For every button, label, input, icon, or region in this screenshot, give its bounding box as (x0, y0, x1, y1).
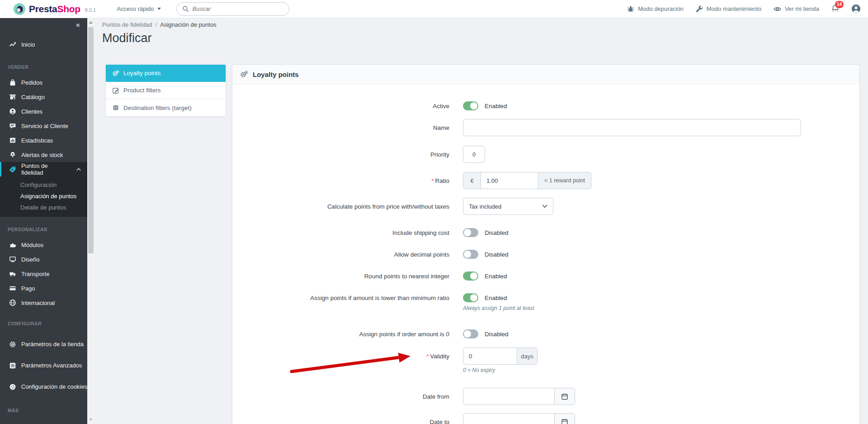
shipping-state-text: Disabled (485, 229, 509, 236)
form-row-priority: Priority (232, 146, 859, 163)
sidebar-item-modulos[interactable]: Módulos (0, 238, 87, 252)
date-to-input-group (463, 413, 575, 424)
arrow-head (398, 353, 410, 363)
search-input[interactable] (193, 5, 283, 12)
shipping-toggle[interactable] (463, 228, 478, 237)
sidebar-item-transporte[interactable]: Transporte (0, 267, 87, 281)
sidebar-item-servicio[interactable]: Servicio al Cliente (0, 119, 87, 133)
form-row-name: Name (232, 119, 859, 136)
toggle-knob (464, 229, 471, 236)
sidebar-item-internacional[interactable]: Internacional (0, 295, 87, 310)
view-shop-label: Ver mi tienda (785, 5, 819, 12)
sidebar-item-label: Pedidos (21, 79, 87, 86)
sidebar-item-label: Inicio (21, 41, 87, 48)
maintenance-mode-label: Modo mantenimiento (707, 5, 761, 12)
ratio-input[interactable] (481, 172, 538, 189)
version-label: 8.0.1 (85, 7, 96, 13)
date-to-input[interactable] (463, 413, 555, 424)
tab-loyalty-points[interactable]: Loyalty points (106, 65, 226, 82)
name-input[interactable] (463, 119, 801, 136)
shopping-bag-icon (9, 79, 16, 86)
sidebar-item-label: Módulos (21, 242, 87, 248)
assign-lower-help-text: Always assign 1 point at least (463, 305, 534, 311)
sidebar-item-pedidos[interactable]: Pedidos (0, 75, 87, 90)
sidebar-scrollbar[interactable] (87, 18, 94, 424)
search-box[interactable] (176, 2, 289, 16)
prestashop-mascot-icon (14, 3, 25, 15)
toggle-knob (470, 294, 477, 301)
reward-point-addon: = 1 reward point (538, 172, 591, 189)
form-row-ratio: *Ratio € = 1 reward point (232, 172, 859, 189)
sidebar-collapse-button[interactable]: « (0, 18, 87, 32)
logo-wordmark: PrestaShop (29, 4, 80, 14)
toggle-knob (464, 251, 471, 258)
name-label: Name (232, 124, 449, 131)
date-from-input[interactable] (463, 388, 555, 405)
monitor-icon (9, 256, 16, 263)
sidebar-item-catalogo[interactable]: Catálogo (0, 90, 87, 104)
sidebar-item-alertas[interactable]: Alertas de stock (0, 148, 87, 162)
sidebar-item-clientes[interactable]: Clientes (0, 104, 87, 119)
taxes-select[interactable]: Tax included (463, 198, 553, 215)
validity-input[interactable] (463, 348, 517, 365)
bar-chart-icon (9, 137, 16, 144)
scroll-up-button[interactable] (87, 19, 94, 26)
prestashop-logo[interactable]: PrestaShop 8.0.1 (14, 3, 96, 15)
topbar-right-group: Modo depuración Modo mantenimiento Ver m… (627, 4, 868, 14)
sidebar-subitem-detalle[interactable]: Detalle de puntos (0, 202, 87, 213)
triangle-up-icon (89, 21, 93, 24)
sidebar-item-diseno[interactable]: Diseño (0, 252, 87, 267)
sidebar-item-puntos-fidelidad[interactable]: Puntos de fidelidad (0, 162, 87, 176)
sidebar-section-personalizar: PERSONALIZAR (0, 227, 87, 233)
sidebar-item-cookies[interactable]: Configuración de cookies (0, 378, 87, 396)
sidebar-section-configurar: CONFIGURAR (0, 321, 87, 327)
chat-bubble-icon (9, 122, 16, 129)
tab-label: Loyalty points (123, 70, 161, 76)
round-label: Round points to nearest integer (232, 273, 449, 280)
date-to-calendar-button[interactable] (554, 413, 575, 424)
date-from-calendar-button[interactable] (554, 388, 575, 405)
notification-count-badge: 14 (835, 1, 844, 8)
form-row-assign-zero: Assign points if order amount is 0 Disab… (232, 329, 859, 338)
breadcrumb-parent[interactable]: Puntos de fidelidad (102, 21, 152, 28)
stock-alert-bell-icon (9, 151, 16, 158)
bug-icon (627, 5, 635, 13)
taxes-selected-value: Tax included (469, 203, 542, 210)
trending-up-icon (9, 41, 16, 48)
sidebar-item-pago[interactable]: Pago (0, 281, 87, 295)
sidebar-item-parametros-avanzados[interactable]: Parámetros Avanzados (0, 357, 87, 375)
calendar-icon (561, 393, 568, 400)
tab-destination-filters[interactable]: Destination filters (target) (106, 99, 226, 116)
sidebar-item-parametros-tienda[interactable]: Parámetros de la tienda (0, 335, 87, 353)
sidebar-item-estadisticas[interactable]: Estadísticas (0, 133, 87, 148)
maintenance-mode-link[interactable]: Modo mantenimiento (695, 5, 761, 13)
sidebar-item-inicio[interactable]: Inicio (0, 37, 87, 52)
notifications-button[interactable]: 14 (831, 4, 840, 14)
debug-mode-link[interactable]: Modo depuración (627, 5, 683, 13)
shipping-label: Include shipping cost (232, 229, 449, 236)
sidebar-item-label: Configuración de cookies (21, 383, 87, 391)
sidebar-subitem-configuracion[interactable]: Configuración (0, 179, 87, 191)
arrow-shaft (292, 357, 399, 372)
gear-icon (9, 341, 16, 348)
globe-icon (9, 299, 16, 306)
assign-zero-toggle[interactable] (463, 329, 478, 338)
round-toggle[interactable] (463, 272, 478, 281)
sidebar-nav: « Inicio VENDER Pedidos Catálogo Cliente… (0, 18, 87, 424)
scroll-down-button[interactable] (87, 416, 94, 423)
decimal-toggle[interactable] (463, 250, 478, 259)
credit-card-icon (9, 285, 16, 292)
view-shop-link[interactable]: Ver mi tienda (773, 5, 819, 13)
tab-product-filters[interactable]: Product filters (106, 82, 226, 99)
form-row-date-to: Date to (232, 413, 859, 424)
scrollbar-thumb[interactable] (88, 27, 94, 253)
assign-lower-toggle[interactable] (463, 293, 478, 302)
sidebar-item-label: Estadísticas (21, 137, 87, 144)
priority-input[interactable] (463, 146, 485, 163)
account-avatar-icon[interactable] (851, 4, 861, 14)
taxes-label: Calculate points from price with/without… (232, 203, 449, 210)
quick-access-dropdown[interactable]: Acceso rápido (117, 5, 160, 12)
sidebar-subitem-asignacion[interactable]: Asignación de puntos (0, 191, 87, 202)
active-toggle[interactable] (463, 101, 478, 110)
sidebar-item-label: Puntos de fidelidad (21, 162, 71, 176)
